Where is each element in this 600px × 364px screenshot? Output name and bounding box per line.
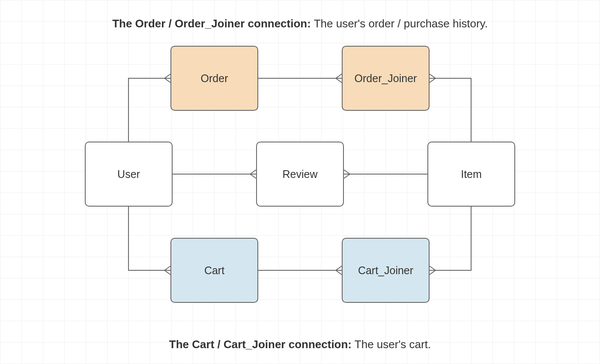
caption-bottom-bold: The Cart / Cart_Joiner connection: [169,338,352,351]
svg-line-3 [164,270,170,275]
svg-line-7 [336,78,342,83]
edge-item-order_joiner [430,78,471,142]
caption-bottom-rest: The user's cart. [352,338,431,351]
svg-line-2 [164,266,170,270]
edge-user-order [128,78,170,142]
svg-line-6 [336,74,342,78]
node-label: Order [201,72,228,85]
node-review[interactable]: Review [256,142,344,207]
node-label: Cart [204,264,224,277]
edge-user-cart [128,207,170,270]
svg-line-5 [250,174,256,178]
node-label: Review [283,168,318,181]
svg-line-1 [164,78,170,83]
svg-line-9 [336,270,342,275]
node-label: Order_Joiner [355,72,417,85]
node-user[interactable]: User [85,142,173,207]
node-label: User [117,168,140,181]
svg-line-12 [430,74,436,78]
svg-line-14 [430,266,436,270]
caption-bottom: The Cart / Cart_Joiner connection: The u… [0,338,600,351]
node-label: Cart_Joiner [358,264,413,277]
svg-line-10 [344,170,350,174]
node-order[interactable]: Order [170,46,258,111]
svg-line-11 [344,174,350,178]
node-cart[interactable]: Cart [170,238,258,303]
svg-line-0 [164,74,170,78]
svg-line-4 [250,170,256,174]
node-cart_joiner[interactable]: Cart_Joiner [342,238,430,303]
node-label: Item [461,168,482,181]
edge-item-cart_joiner [430,207,471,270]
svg-line-8 [336,266,342,270]
node-item[interactable]: Item [427,142,515,207]
node-order_joiner[interactable]: Order_Joiner [342,46,430,111]
svg-line-13 [430,78,436,83]
svg-line-15 [430,270,436,275]
